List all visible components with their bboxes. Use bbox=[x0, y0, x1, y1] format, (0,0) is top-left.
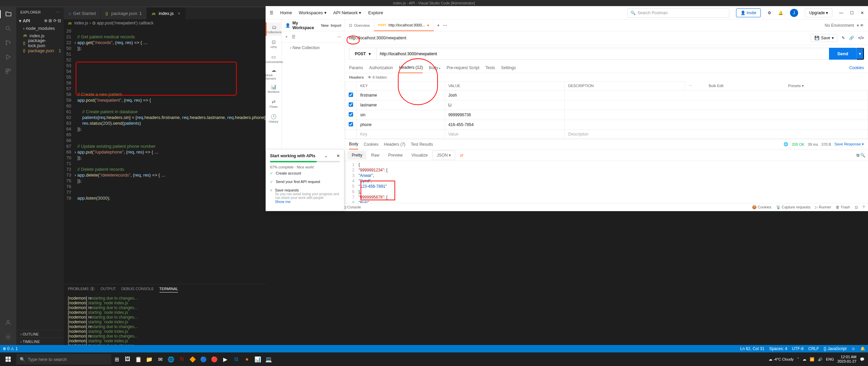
send-dropdown[interactable]: ▾ bbox=[856, 48, 864, 60]
presets[interactable]: Presets ▾ bbox=[785, 82, 868, 90]
code-editor[interactable]: 2021// Get patient medical records22app.… bbox=[64, 27, 266, 284]
taskbar-mail[interactable]: ✉ bbox=[155, 352, 166, 366]
start-button[interactable] bbox=[0, 352, 16, 366]
status-errors[interactable]: ⊗ 0 ⚠ 1 bbox=[3, 346, 18, 351]
notifications-icon[interactable]: 🔔 bbox=[778, 11, 783, 15]
taskbar-explorer[interactable]: 📁 bbox=[144, 352, 155, 366]
kv-desc[interactable] bbox=[565, 90, 868, 100]
nav-explore[interactable]: Explore bbox=[368, 10, 383, 15]
resp-tab-headers[interactable]: Headers (7) bbox=[384, 142, 405, 147]
kv-checkbox[interactable] bbox=[349, 93, 353, 97]
status-bell-icon[interactable]: 🔔 bbox=[860, 346, 865, 351]
kv-desc[interactable] bbox=[565, 120, 868, 129]
status-spaces[interactable]: Spaces: 4 bbox=[769, 346, 787, 351]
tray-date[interactable]: 2023-01-27 bbox=[837, 359, 856, 364]
kv-key[interactable]: phone bbox=[357, 120, 445, 129]
show-me-link[interactable]: Show me bbox=[275, 200, 291, 204]
rail-monitors[interactable]: 📊Monitors bbox=[266, 82, 282, 96]
kv-value[interactable]: Li bbox=[445, 100, 564, 110]
tab-get-started[interactable]: ⌂Get Started bbox=[64, 7, 101, 19]
panel-tab-output[interactable]: OUTPUT bbox=[100, 287, 116, 292]
reqtab-body[interactable]: Body bbox=[429, 65, 440, 70]
footer-runner[interactable]: ▷ Runner bbox=[815, 205, 831, 209]
close-icon[interactable]: × bbox=[178, 11, 180, 16]
tab-more-icon[interactable]: ⋯ bbox=[443, 23, 447, 28]
terminal-output[interactable]: [nodemon] restarting due to changes...[n… bbox=[64, 294, 266, 345]
tab-overview[interactable]: ⊡ Overview bbox=[345, 20, 374, 31]
copy-icon[interactable]: ⧉ bbox=[856, 153, 860, 158]
tab-index-js[interactable]: index.js× bbox=[147, 7, 186, 19]
footer-capture[interactable]: 📡 Capture requests bbox=[776, 205, 810, 209]
reqtab-params[interactable]: Params bbox=[349, 65, 363, 70]
nav-home[interactable]: Home bbox=[280, 10, 292, 15]
breadcrumb[interactable]: index.js› ⊙app.post('/newpatient') callb… bbox=[64, 19, 266, 27]
task-view-icon[interactable]: ⊞ bbox=[111, 352, 122, 366]
reqtab-settings[interactable]: Settings bbox=[501, 65, 516, 70]
workspace-header[interactable]: 👤My Workspace New Import bbox=[282, 20, 345, 31]
taskbar-search[interactable]: 🔍 Type here to search bbox=[16, 354, 111, 365]
weather-widget[interactable]: ☁ -4°C Cloudy bbox=[769, 357, 793, 362]
code-icon[interactable]: </> bbox=[858, 36, 864, 40]
reqtab-prereq[interactable]: Pre-request Script bbox=[447, 65, 480, 70]
tray-volume-icon[interactable]: 🔊 bbox=[818, 357, 823, 362]
tray-chevron-icon[interactable]: ˄ bbox=[797, 357, 799, 362]
tray-wifi-icon[interactable]: 📶 bbox=[810, 357, 814, 362]
rail-collections[interactable]: 🗂Collections bbox=[266, 22, 282, 36]
kv-key[interactable]: firstname bbox=[357, 90, 445, 100]
save-response[interactable]: Save Response ▾ bbox=[834, 142, 864, 146]
tray-notifications-icon[interactable]: 💬 bbox=[860, 357, 865, 362]
reqtab-tests[interactable]: Tests bbox=[485, 65, 495, 70]
explorer-toolbar[interactable]: ⊕ ⊞ ⟳ ⊟ bbox=[44, 18, 61, 23]
settings-gear-icon[interactable]: ⚙ bbox=[768, 11, 771, 15]
nav-workspaces[interactable]: Workspaces ▾ bbox=[299, 10, 327, 15]
explorer-more-icon[interactable]: ⋯ bbox=[56, 10, 60, 15]
kv-value[interactable]: 9999996736 bbox=[445, 110, 564, 120]
footer-help-icon[interactable]: ? bbox=[863, 205, 865, 209]
tray-lang[interactable]: ENG bbox=[826, 357, 834, 361]
panel-tab-debug[interactable]: DEBUG CONSOLE bbox=[121, 287, 154, 292]
footer-cookies[interactable]: 🍪 Cookies bbox=[752, 205, 771, 209]
taskbar-powershell[interactable]: ▶ bbox=[220, 352, 231, 366]
tab-package-json[interactable]: package.json1 bbox=[101, 7, 147, 19]
more-icon[interactable]: ⋯ bbox=[685, 82, 706, 90]
bulk-edit[interactable]: Bulk Edit bbox=[706, 82, 785, 90]
panel-tab-terminal[interactable]: TERMINAL bbox=[159, 287, 178, 292]
taskbar-app-2[interactable]: 📋 bbox=[133, 352, 144, 366]
view-pretty[interactable]: Pretty bbox=[348, 151, 366, 160]
method-selector[interactable]: POST▾ bbox=[349, 48, 376, 60]
taskbar-vscode[interactable]: ⧉ bbox=[231, 352, 242, 366]
kv-value[interactable]: 416-455-7854 bbox=[445, 120, 564, 129]
tab-request[interactable]: POSThttp://localhost:3000...● bbox=[374, 20, 434, 31]
rail-mock-servers[interactable]: ☁Mock Servers bbox=[266, 67, 282, 81]
rail-flows[interactable]: ⇄Flows bbox=[266, 97, 282, 110]
add-icon[interactable]: + bbox=[285, 35, 288, 39]
invite-button[interactable]: 👤 Invite bbox=[736, 8, 761, 17]
timeline-section[interactable]: › TIMELINE bbox=[16, 338, 64, 345]
taskbar-edge[interactable]: 🌐 bbox=[166, 352, 176, 366]
hidden-toggle[interactable]: 👁 8 hidden bbox=[368, 75, 387, 79]
environment-selector[interactable]: No Environment ▾ 👁 bbox=[821, 23, 868, 28]
chevron-down-icon[interactable]: ⌄ bbox=[324, 154, 328, 158]
workspace-import[interactable]: Import bbox=[331, 23, 341, 27]
kv-checkbox[interactable] bbox=[349, 122, 353, 126]
format-selector[interactable]: JSON ▾ bbox=[432, 150, 455, 160]
desc-input-placeholder[interactable]: Description bbox=[565, 129, 868, 139]
settings-gear-icon[interactable] bbox=[4, 333, 12, 341]
more-icon[interactable]: ⋯ bbox=[337, 35, 341, 39]
taskbar-app-6[interactable]: 💻 bbox=[263, 352, 274, 366]
wrap-icon[interactable]: ⇄ bbox=[456, 151, 467, 160]
taskbar-postman[interactable]: ● bbox=[242, 352, 252, 366]
reqtab-headers[interactable]: Headers (12) bbox=[399, 62, 423, 73]
kv-checkbox[interactable] bbox=[349, 112, 353, 117]
rail-apis[interactable]: ⊡APIs bbox=[266, 37, 282, 51]
resp-tab-tests[interactable]: Test Results bbox=[411, 142, 433, 147]
kv-key[interactable]: lastname bbox=[357, 100, 445, 110]
view-preview[interactable]: Preview bbox=[384, 151, 407, 160]
filter-icon[interactable]: ☰ bbox=[292, 35, 295, 39]
value-input-placeholder[interactable]: Value bbox=[445, 129, 564, 139]
tray-time[interactable]: 12:01 AM bbox=[837, 355, 856, 359]
rail-history[interactable]: 🕐History bbox=[266, 112, 282, 125]
taskbar-netflix[interactable]: N bbox=[176, 352, 187, 366]
send-button[interactable]: Send bbox=[829, 48, 856, 60]
kv-checkbox[interactable] bbox=[349, 102, 353, 107]
